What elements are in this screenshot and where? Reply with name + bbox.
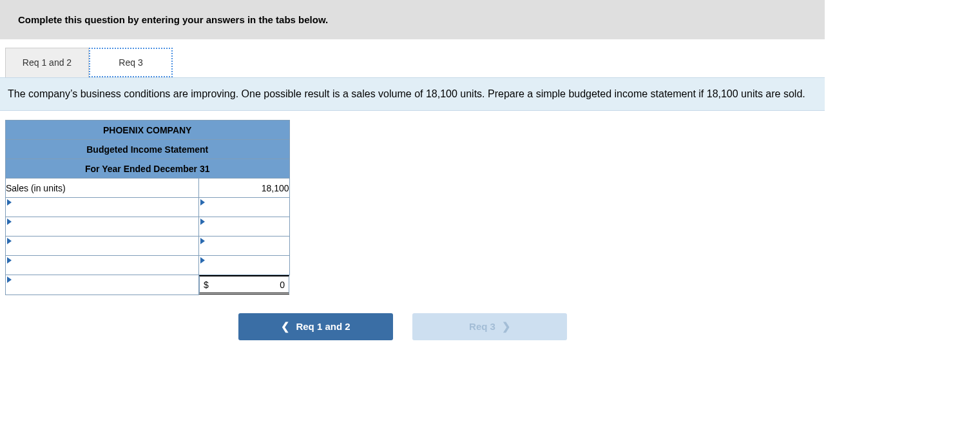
table-header-company: PHOENIX COMPANY [6, 121, 290, 140]
row-input-label[interactable] [6, 198, 199, 217]
dropdown-icon [200, 218, 205, 225]
chevron-right-icon: ❯ [502, 320, 510, 333]
next-button[interactable]: Req 3 ❯ [412, 313, 567, 340]
dropdown-icon [7, 276, 12, 283]
dropdown-icon [200, 199, 205, 206]
row-total-value: $ 0 [199, 275, 289, 295]
total-amount: 0 [280, 280, 285, 290]
row-input-value[interactable] [199, 256, 290, 275]
prev-button[interactable]: ❮ Req 1 and 2 [238, 313, 393, 340]
row-input-label[interactable] [6, 256, 199, 275]
instruction-bar: Complete this question by entering your … [0, 0, 825, 40]
row-input-label[interactable] [6, 217, 199, 237]
tab-req-1-and-2[interactable]: Req 1 and 2 [5, 48, 89, 77]
income-statement-table: PHOENIX COMPANY Budgeted Income Statemen… [5, 120, 290, 295]
currency-symbol: $ [204, 280, 222, 290]
row-input-value[interactable] [199, 237, 290, 256]
chevron-left-icon: ❮ [281, 320, 289, 333]
tab-strip: Req 1 and 2 Req 3 [0, 40, 825, 77]
row-input-value[interactable] [199, 198, 290, 217]
next-button-label: Req 3 [469, 321, 495, 332]
table-header-title: Budgeted Income Statement [6, 140, 290, 159]
prev-button-label: Req 1 and 2 [296, 321, 350, 332]
row-input-label[interactable] [6, 237, 199, 256]
table-header-period: For Year Ended December 31 [6, 159, 290, 179]
row-input-value[interactable] [199, 217, 290, 237]
dropdown-icon [200, 238, 205, 244]
dropdown-icon [7, 257, 12, 264]
row-total-label[interactable] [6, 275, 199, 295]
instruction-text: Complete this question by entering your … [18, 14, 328, 25]
question-prompt: The company’s business conditions are im… [0, 77, 825, 111]
prompt-text: The company’s business conditions are im… [8, 88, 805, 99]
row-sales-units-value: 18,100 [199, 179, 290, 198]
row-sales-units-label: Sales (in units) [6, 179, 199, 198]
tab-label: Req 3 [119, 57, 142, 68]
tab-label: Req 1 and 2 [23, 57, 72, 68]
dropdown-icon [7, 218, 12, 225]
dropdown-icon [7, 238, 12, 244]
dropdown-icon [200, 257, 205, 264]
dropdown-icon [7, 199, 12, 206]
nav-buttons: ❮ Req 1 and 2 Req 3 ❯ [238, 313, 825, 340]
tab-req-3[interactable]: Req 3 [89, 48, 173, 77]
